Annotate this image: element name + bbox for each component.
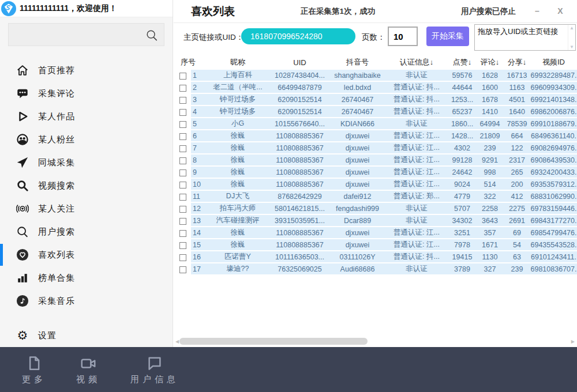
sidebar-item-7[interactable]: 用户搜索 [0, 220, 173, 243]
table-row[interactable]: 15徐巍110808885367djxuwei普通认证: 江...7978167… [178, 239, 577, 251]
sidebar-item-5[interactable]: 视频搜索 [0, 174, 173, 197]
sidebar-item-settings[interactable]: ⚙ 设置 [0, 324, 173, 347]
table-row[interactable]: 17壕迪??76325069025Audi68686非认证37893272396… [178, 263, 577, 276]
scroll-down-icon[interactable]: ▼ [569, 44, 574, 50]
row-cells: 12拍车冯大师58014621815...fengdashi999非认证5707… [191, 203, 577, 215]
row-checkbox[interactable] [179, 242, 186, 249]
sidebar-search-box[interactable] [8, 23, 164, 46]
column-header-0: 序号 [178, 57, 206, 67]
table-row[interactable]: 10徐巍110808885367djxuwei普通认证: 江...9024514… [178, 179, 577, 191]
pages-input[interactable] [388, 27, 418, 46]
column-header-5[interactable]: 点赞↓ [448, 57, 476, 67]
horizontal-scrollbar[interactable]: ◀ ▶ [174, 337, 577, 346]
table-cell: 12 [191, 205, 206, 213]
close-button[interactable]: X [553, 5, 568, 17]
sidebar-search-input[interactable] [9, 24, 164, 46]
row-checkbox[interactable] [179, 85, 186, 92]
sidebar-item-6[interactable]: 某人关注 [0, 197, 173, 220]
table-cell: djxuwei [330, 156, 385, 164]
table-cell: 110808885367 [269, 168, 330, 176]
table-row[interactable]: 16匹诺曹Y10111636503...03111026Y普通认证: 抖...1… [178, 251, 577, 263]
table-cell: 2 [191, 84, 206, 92]
table-row[interactable]: 11DJ大飞87682642929dafei912普通认证: 郑...47793… [178, 191, 577, 203]
sidebar-item-1[interactable]: 采集评论 [0, 82, 173, 105]
row-checkbox[interactable] [179, 73, 186, 80]
table-row[interactable]: 6徐巍110808885367djxuwei普通认证: 江...1428...2… [178, 130, 577, 142]
import-scrollbar[interactable]: ▲ ▼ [568, 25, 575, 50]
sidebar-item-label: 喜欢列表 [38, 250, 75, 261]
row-checkbox[interactable] [179, 194, 186, 201]
sidebar-item-4[interactable]: 同城采集 [0, 151, 173, 174]
scroll-right-icon[interactable]: ▶ [571, 339, 575, 344]
sidebar-item-8[interactable]: 喜欢列表 [0, 243, 173, 266]
table-cell: 钟哥过场多 [206, 107, 269, 116]
sidebar-item-0[interactable]: 首页推荐 [0, 59, 173, 82]
row-checkbox[interactable] [179, 121, 186, 128]
table-row[interactable]: 14徐巍110808885367djxuwei普通认证: 江...3251357… [178, 227, 577, 239]
table-row[interactable]: 12拍车冯大师58014621815...fengdashi999非认证5707… [178, 203, 577, 215]
start-collect-button[interactable]: 开始采集 [426, 27, 469, 46]
row-checkbox[interactable] [179, 109, 186, 116]
scrollbar-thumb[interactable] [179, 338, 368, 345]
checkbox-gutter [178, 227, 191, 239]
table-row[interactable]: 5小G10155676640...KDIAN666非认证1860...64994… [178, 118, 577, 130]
bottombar-item-1[interactable]: 视频 [76, 355, 100, 385]
bottombar-item-label: 用户信息 [130, 374, 179, 385]
row-cells: 14徐巍110808885367djxuwei普通认证: 江...3251357… [191, 227, 577, 239]
column-header-4[interactable]: 认证信息↓ [385, 57, 448, 67]
table-cell: 3251 [448, 229, 476, 237]
row-checkbox[interactable] [179, 145, 186, 152]
scroll-left-icon[interactable]: ◀ [175, 339, 179, 344]
table-cell: 69082694976. [530, 144, 577, 152]
table-row[interactable]: 7徐巍110808885367djxuwei普通认证: 江...43022391… [178, 142, 577, 154]
comment-icon [16, 87, 29, 100]
table-cell: 非认证 [385, 203, 448, 213]
table-row[interactable]: 3钟哥过场多6209015251426740467普通认证: 抖...1253.… [178, 94, 577, 106]
column-header-6[interactable]: 评论↓ [476, 57, 504, 67]
scroll-up-icon[interactable]: ▲ [569, 25, 574, 31]
table-row[interactable]: 9徐巍110808885367djxuwei普通认证: 江...24642998… [178, 167, 577, 179]
bottombar-item-0[interactable]: 更多 [22, 355, 46, 385]
minimize-button[interactable]: – [530, 5, 545, 17]
row-checkbox[interactable] [179, 218, 186, 225]
table-cell: 1428... [448, 132, 476, 140]
row-cells: 5小G10155676640...KDIAN666非认证1860...64994… [191, 118, 577, 130]
table-cell: 69 [504, 229, 530, 237]
column-header-7[interactable]: 分享↓ [504, 57, 530, 67]
table-cell: 1163 [504, 84, 530, 92]
row-cells: 15徐巍110808885367djxuwei普通认证: 江...7978167… [191, 239, 577, 251]
row-checkbox[interactable] [179, 230, 186, 237]
sidebar-item-10[interactable]: 采集音乐 [0, 289, 173, 312]
table-cell: 68831062990. [530, 193, 577, 201]
table-cell: 壕迪?? [206, 264, 269, 274]
table-row[interactable]: 2老二道（半吨...66499487879led.bdxd普通认证: 抖...4… [178, 82, 577, 94]
row-checkbox[interactable] [179, 133, 186, 140]
column-header-2: UID [269, 58, 330, 67]
row-checkbox[interactable] [179, 157, 186, 164]
fans-icon [16, 133, 29, 146]
row-checkbox[interactable] [179, 254, 186, 261]
welcome-text: 111111111111，欢迎使用！ [20, 3, 117, 14]
row-checkbox[interactable] [179, 169, 186, 176]
sidebar-item-2[interactable]: 某人作品 [0, 105, 173, 128]
row-checkbox[interactable] [179, 266, 186, 273]
table-row[interactable]: 1上海百科10287438404...shanghaibaike非认证59576… [178, 70, 577, 82]
row-checkbox[interactable] [179, 182, 186, 189]
bottombar-item-2[interactable]: 用户信息 [130, 355, 179, 385]
uid-input[interactable] [241, 28, 355, 44]
import-dropzone[interactable]: 拖放导入UID或主页链接 ▲ ▼ [474, 24, 576, 51]
sidebar-item-9[interactable]: 榜单合集 [0, 266, 173, 289]
table-cell: 徐巍 [206, 240, 269, 250]
table-cell: 69353579312. [530, 180, 577, 189]
table-row[interactable]: 4钟哥过场多6209015251426740467普通认证: 抖...65237… [178, 106, 577, 118]
table-cell: 110808885367 [269, 132, 330, 140]
table-cell: shanghaibaike [330, 71, 385, 80]
table-body: 1上海百科10287438404...shanghaibaike非认证59576… [178, 70, 577, 276]
table-cell: 1 [191, 71, 206, 80]
sidebar-item-3[interactable]: 某人粉丝 [0, 128, 173, 151]
row-checkbox[interactable] [179, 206, 186, 213]
table-row[interactable]: 8徐巍110808885367djxuwei普通认证: 江...99128929… [178, 154, 577, 167]
row-checkbox[interactable] [179, 97, 186, 104]
table-cell: fengdashi999 [330, 205, 385, 213]
table-row[interactable]: 13汽车碰撞测评39315035951...Dcar889非认证34302364… [178, 215, 577, 227]
